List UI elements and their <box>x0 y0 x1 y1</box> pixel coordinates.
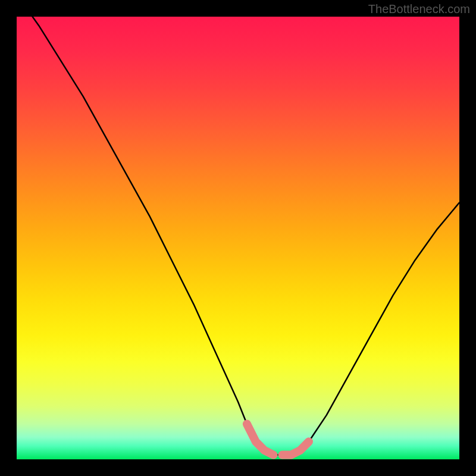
curve-svg <box>17 17 459 459</box>
optimal-highlight-left <box>247 424 274 455</box>
optimal-highlight-right <box>282 441 309 455</box>
chart-plot-area <box>17 17 459 459</box>
bottleneck-curve <box>17 17 459 455</box>
attribution-text: TheBottleneck.com <box>368 2 470 16</box>
